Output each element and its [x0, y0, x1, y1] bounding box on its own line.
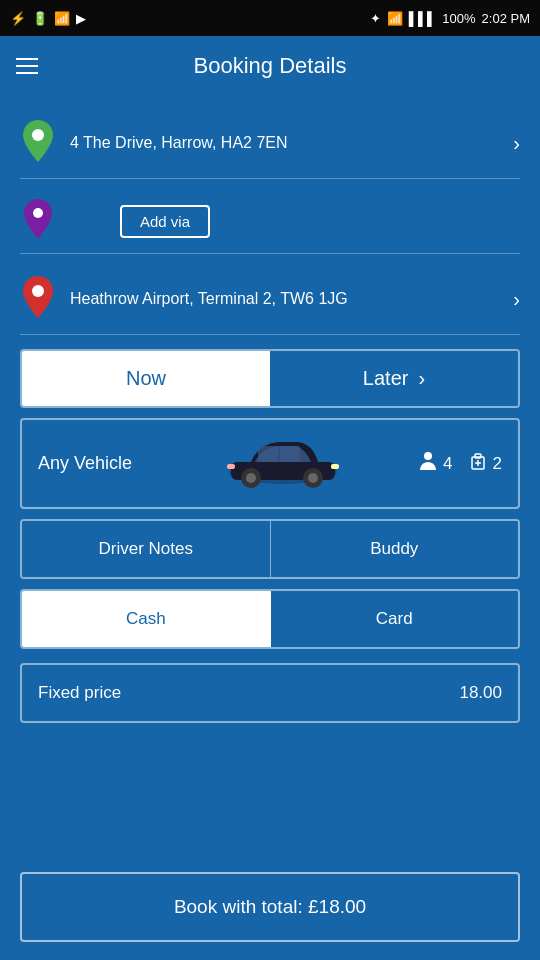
- vehicle-label: Any Vehicle: [38, 453, 148, 474]
- action-buttons-row: Driver Notes Buddy: [20, 519, 520, 579]
- play-icon: ▶: [76, 11, 86, 26]
- add-via-button[interactable]: Add via: [120, 205, 210, 238]
- svg-point-1: [33, 208, 43, 218]
- vehicle-section[interactable]: Any Vehicle: [20, 418, 520, 509]
- passenger-count: 4: [417, 450, 452, 477]
- svg-point-8: [246, 473, 256, 483]
- sim-icon: 📶: [54, 11, 70, 26]
- price-value: 18.00: [459, 683, 502, 703]
- svg-point-13: [424, 452, 432, 460]
- passenger-number: 4: [443, 454, 452, 474]
- book-button-container: Book with total: £18.00: [20, 872, 520, 942]
- luggage-number: 2: [493, 454, 502, 474]
- svg-point-10: [308, 473, 318, 483]
- status-bar-left: ⚡ 🔋 📶 ▶: [10, 11, 86, 26]
- buddy-button[interactable]: Buddy: [271, 521, 519, 577]
- now-button[interactable]: Now: [22, 351, 270, 406]
- svg-rect-12: [227, 464, 235, 469]
- page-title: Booking Details: [58, 53, 482, 79]
- main-content: 4 The Drive, Harrow, HA2 7EN › Add via H…: [0, 96, 540, 735]
- usb-icon: ⚡: [10, 11, 26, 26]
- driver-notes-button[interactable]: Driver Notes: [22, 521, 271, 577]
- svg-rect-5: [258, 446, 278, 462]
- cash-button[interactable]: Cash: [22, 591, 271, 647]
- via-pin-icon: [20, 199, 56, 243]
- time-display: 2:02 PM: [482, 11, 530, 26]
- svg-rect-11: [331, 464, 339, 469]
- person-icon: [417, 450, 439, 477]
- later-label: Later: [363, 367, 409, 390]
- price-label: Fixed price: [38, 683, 121, 703]
- later-button[interactable]: Later ›: [270, 351, 518, 406]
- svg-point-0: [32, 129, 44, 141]
- bluetooth-icon: ✦: [370, 11, 381, 26]
- svg-point-2: [32, 285, 44, 297]
- destination-address: Heathrow Airport, Terminal 2, TW6 1JG: [70, 289, 499, 310]
- luggage-count: 2: [467, 450, 502, 477]
- svg-rect-6: [280, 446, 300, 462]
- svg-rect-15: [475, 454, 481, 458]
- battery-icon-small: 🔋: [32, 11, 48, 26]
- signal-icon: ▌▌▌: [409, 11, 437, 26]
- pickup-chevron-icon: ›: [513, 132, 520, 155]
- menu-button[interactable]: [16, 58, 38, 74]
- car-icon: [158, 434, 407, 493]
- header: Booking Details: [0, 36, 540, 96]
- card-button[interactable]: Card: [271, 591, 519, 647]
- vehicle-meta: 4 2: [417, 450, 502, 477]
- book-button[interactable]: Book with total: £18.00: [20, 872, 520, 942]
- price-section: Fixed price 18.00: [20, 663, 520, 723]
- destination-pin-icon: [20, 276, 56, 322]
- destination-chevron-icon: ›: [513, 288, 520, 311]
- timing-section: Now Later ›: [20, 349, 520, 408]
- add-via-row: Add via: [20, 189, 520, 254]
- payment-row: Cash Card: [20, 589, 520, 649]
- destination-row[interactable]: Heathrow Airport, Terminal 2, TW6 1JG ›: [20, 264, 520, 335]
- wifi-icon: 📶: [387, 11, 403, 26]
- pickup-row[interactable]: 4 The Drive, Harrow, HA2 7EN ›: [20, 108, 520, 179]
- pickup-pin-icon: [20, 120, 56, 166]
- luggage-icon: [467, 450, 489, 477]
- pickup-address: 4 The Drive, Harrow, HA2 7EN: [70, 133, 499, 154]
- later-chevron-icon: ›: [418, 367, 425, 390]
- status-bar: ⚡ 🔋 📶 ▶ ✦ 📶 ▌▌▌ 100% 2:02 PM: [0, 0, 540, 36]
- status-bar-right: ✦ 📶 ▌▌▌ 100% 2:02 PM: [370, 11, 530, 26]
- battery-percent: 100%: [442, 11, 475, 26]
